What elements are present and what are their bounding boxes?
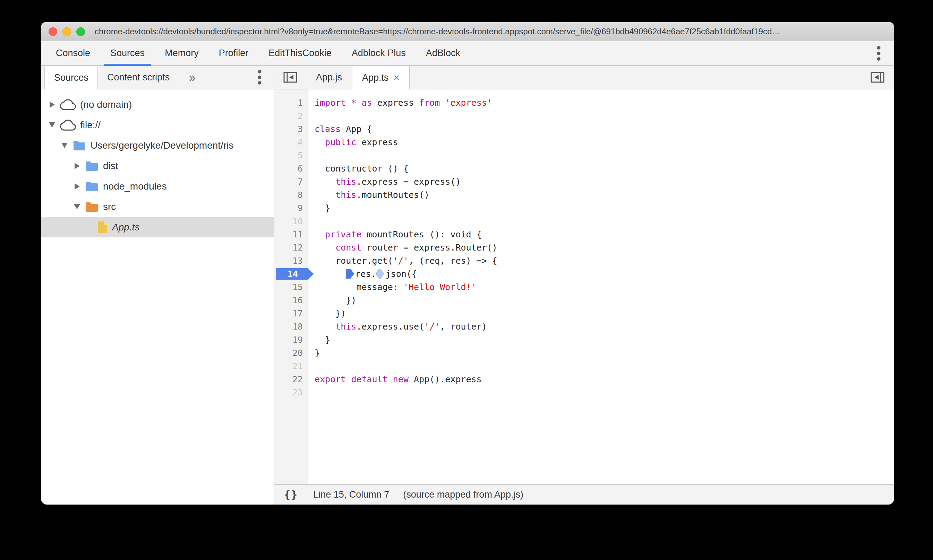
line-number-11[interactable]: 11 bbox=[275, 228, 308, 241]
code-line-11[interactable]: private mountRoutes (): void { bbox=[315, 228, 894, 241]
code-line-1[interactable]: import * as express from 'express' bbox=[315, 96, 894, 109]
editor-tab-app-ts[interactable]: App.ts× bbox=[352, 66, 410, 89]
tree-item-node-modules[interactable]: node_modules bbox=[41, 176, 274, 197]
line-number-8[interactable]: 8 bbox=[275, 189, 308, 202]
main-tab-adblock-plus[interactable]: Adblock Plus bbox=[344, 41, 413, 65]
line-number-text: 11 bbox=[292, 229, 303, 240]
main-tab-sources[interactable]: Sources bbox=[103, 41, 152, 65]
tree-expander-icon[interactable] bbox=[48, 102, 57, 108]
code-line-10[interactable] bbox=[315, 215, 894, 228]
code-line-13[interactable]: router.get('/', (req, res) => { bbox=[315, 254, 894, 268]
main-tab-editthiscookie[interactable]: EditThisCookie bbox=[261, 41, 339, 65]
line-number-9[interactable]: 9 bbox=[275, 202, 308, 215]
line-number-19[interactable]: 19 bbox=[275, 333, 308, 346]
tree-item-users-gergelyke-development-ris[interactable]: Users/gergelyke/Development/ris bbox=[41, 135, 274, 155]
minimize-window-icon[interactable] bbox=[62, 28, 71, 36]
code-line-9[interactable]: } bbox=[315, 202, 894, 215]
tree-item-app-ts[interactable]: App.ts bbox=[41, 217, 274, 237]
pretty-print-icon[interactable]: {} bbox=[284, 489, 298, 501]
code-line-6[interactable]: constructor () { bbox=[315, 162, 894, 175]
main-tab-console[interactable]: Console bbox=[48, 41, 98, 65]
tree-expander-icon[interactable] bbox=[72, 183, 82, 189]
code-line-3[interactable]: class App { bbox=[315, 123, 894, 136]
main-tab-memory[interactable]: Memory bbox=[157, 41, 207, 65]
tree-expander-icon[interactable] bbox=[72, 163, 82, 169]
editor-tabs: App.jsApp.ts× bbox=[306, 66, 410, 89]
line-number-20[interactable]: 20 bbox=[275, 346, 308, 360]
execution-marker-dark-icon[interactable] bbox=[346, 269, 354, 278]
code-line-4[interactable]: public express bbox=[315, 136, 894, 149]
code-line-2[interactable] bbox=[315, 109, 894, 123]
main-tab-adblock[interactable]: AdBlock bbox=[418, 41, 468, 65]
line-number-22[interactable]: 22 bbox=[275, 373, 308, 386]
sidebar-menu-icon[interactable] bbox=[258, 66, 262, 89]
close-window-icon[interactable] bbox=[49, 28, 57, 36]
line-number-15[interactable]: 15 bbox=[275, 281, 308, 294]
close-tab-icon[interactable]: × bbox=[394, 72, 400, 83]
code-line-7[interactable]: this.express = express() bbox=[315, 175, 894, 189]
line-number-14[interactable]: 14 bbox=[275, 268, 308, 281]
traffic-lights bbox=[49, 28, 85, 36]
zoom-window-icon[interactable] bbox=[76, 28, 85, 36]
line-number-13[interactable]: 13 bbox=[275, 254, 308, 268]
execution-marker-light-icon[interactable] bbox=[376, 269, 385, 278]
folder-orange-icon bbox=[85, 201, 99, 213]
tree-item-label: dist bbox=[103, 160, 118, 172]
tree-item-label: App.ts bbox=[112, 222, 139, 233]
main-tabs: ConsoleSourcesMemoryProfilerEditThisCook… bbox=[46, 41, 470, 65]
code-line-23[interactable] bbox=[315, 386, 894, 399]
code-line-15[interactable]: message: 'Hello World!' bbox=[315, 281, 894, 294]
line-number-3[interactable]: 3 bbox=[275, 123, 308, 136]
line-number-2[interactable]: 2 bbox=[275, 109, 308, 123]
code-editor[interactable]: 1234567891011121314151617181920212223 im… bbox=[275, 89, 894, 484]
main-tab-bar: ConsoleSourcesMemoryProfilerEditThisCook… bbox=[41, 41, 894, 66]
sidebar-tab-content-scripts[interactable]: Content scripts bbox=[98, 66, 179, 89]
line-number-16[interactable]: 16 bbox=[275, 294, 308, 307]
line-number-21[interactable]: 21 bbox=[275, 360, 308, 373]
line-number-18[interactable]: 18 bbox=[275, 320, 308, 333]
code-line-16[interactable]: }) bbox=[315, 294, 894, 307]
devtools-menu-icon[interactable] bbox=[876, 41, 881, 65]
code-line-17[interactable]: }) bbox=[315, 307, 894, 320]
line-number-1[interactable]: 1 bbox=[275, 96, 308, 109]
code-lines: import * as express from 'express'class … bbox=[308, 89, 894, 484]
tab-overflow-chevron-icon[interactable]: » bbox=[189, 71, 196, 83]
line-number-12[interactable]: 12 bbox=[275, 241, 308, 254]
line-number-5[interactable]: 5 bbox=[275, 149, 308, 162]
code-line-18[interactable]: this.express.use('/', router) bbox=[315, 320, 894, 333]
code-line-5[interactable] bbox=[315, 149, 894, 162]
code-line-20[interactable]: } bbox=[315, 346, 894, 360]
code-line-21[interactable] bbox=[315, 360, 894, 373]
main-tab-profiler[interactable]: Profiler bbox=[211, 41, 256, 65]
hide-navigator-icon[interactable] bbox=[283, 66, 297, 89]
tree-item-src[interactable]: src bbox=[41, 197, 274, 217]
editor-tab-app-js[interactable]: App.js bbox=[306, 66, 352, 89]
code-line-19[interactable]: } bbox=[315, 333, 894, 346]
tree-item-file[interactable]: file:// bbox=[41, 115, 274, 135]
line-number-text: 5 bbox=[298, 151, 303, 160]
code-line-22[interactable]: export default new App().express bbox=[315, 373, 894, 386]
show-debugger-sidebar-icon[interactable] bbox=[871, 66, 884, 89]
editor-tab-label: App.js bbox=[316, 72, 342, 83]
tree-item-label: (no domain) bbox=[80, 99, 132, 110]
line-number-17[interactable]: 17 bbox=[275, 307, 308, 320]
window-titlebar[interactable]: chrome-devtools://devtools/bundled/inspe… bbox=[41, 22, 894, 41]
tree-expander-icon[interactable] bbox=[60, 143, 69, 148]
code-line-8[interactable]: this.mountRoutes() bbox=[315, 189, 894, 202]
line-number-23[interactable]: 23 bbox=[275, 386, 308, 399]
line-number-10[interactable]: 10 bbox=[275, 215, 308, 228]
line-number-text: 22 bbox=[292, 374, 303, 384]
code-line-12[interactable]: const router = express.Router() bbox=[315, 241, 894, 254]
content-row: SourcesContent scripts » (no domain)file… bbox=[41, 66, 894, 505]
line-number-4[interactable]: 4 bbox=[275, 136, 308, 149]
tree-item-no-domain[interactable]: (no domain) bbox=[41, 94, 274, 115]
code-line-14[interactable]: res.json({ bbox=[315, 268, 894, 281]
tree-item-dist[interactable]: dist bbox=[41, 155, 274, 176]
line-number-7[interactable]: 7 bbox=[275, 175, 308, 189]
line-number-6[interactable]: 6 bbox=[275, 162, 308, 175]
folder-blue-icon bbox=[85, 180, 99, 192]
tree-item-label: node_modules bbox=[103, 181, 167, 192]
tree-expander-icon[interactable] bbox=[72, 204, 82, 209]
tree-expander-icon[interactable] bbox=[48, 122, 57, 128]
sidebar-tab-sources[interactable]: Sources bbox=[45, 66, 98, 89]
